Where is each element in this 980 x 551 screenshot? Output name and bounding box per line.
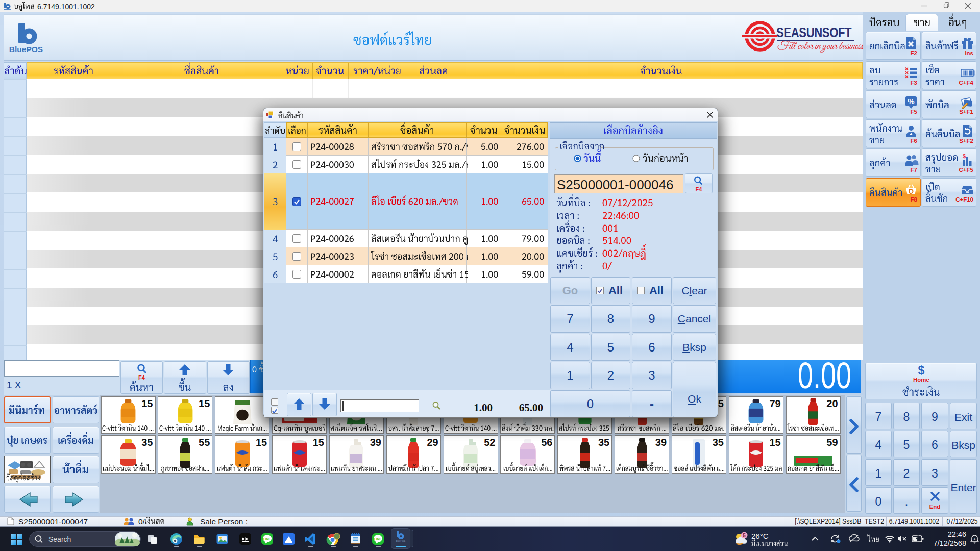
- svg-text:%: %: [908, 97, 914, 106]
- svg-text:LINE: LINE: [374, 537, 382, 541]
- svg-text:5: 5: [743, 533, 746, 538]
- svg-text:$: $: [963, 153, 966, 159]
- svg-text:LINE: LINE: [263, 537, 271, 541]
- svg-text:z: z: [974, 537, 976, 540]
- svg-text:BluePOS: BluePOS: [396, 540, 406, 542]
- svg-text:Search: Search: [48, 535, 71, 543]
